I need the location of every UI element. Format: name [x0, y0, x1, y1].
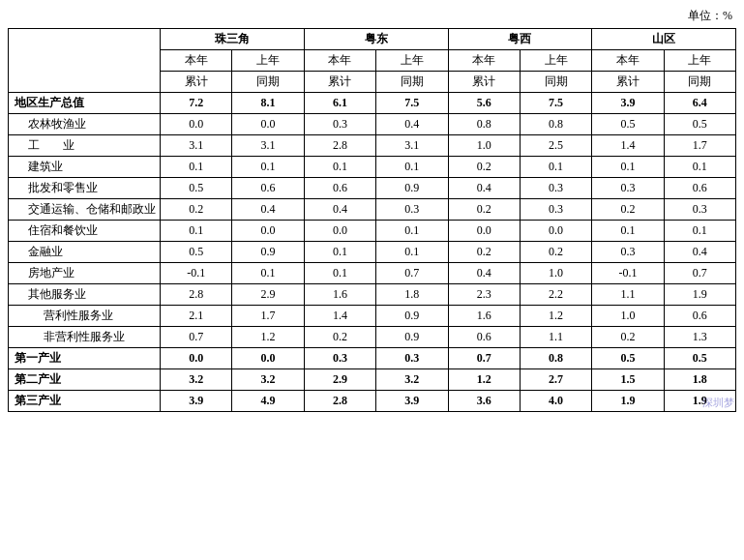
col-header-2: 上年 — [232, 50, 304, 72]
cell-0-4: 5.6 — [448, 93, 520, 114]
cell-1-6: 0.5 — [592, 114, 664, 135]
cell-9-7: 1.9 — [664, 284, 735, 306]
cell-8-6: -0.1 — [592, 263, 664, 284]
row-label-13: 第二产业 — [9, 369, 161, 391]
cell-3-2: 0.1 — [304, 157, 375, 178]
cell-5-4: 0.2 — [448, 199, 520, 221]
row-label-2: 工 业 — [9, 135, 161, 157]
cell-13-2: 2.9 — [304, 369, 375, 391]
cell-2-4: 1.0 — [448, 135, 520, 157]
cell-1-1: 0.0 — [232, 114, 304, 135]
cell-2-6: 1.4 — [592, 135, 664, 157]
cell-7-0: 0.5 — [161, 242, 232, 263]
row-label-11: 非营利性服务业 — [9, 327, 161, 348]
cell-8-7: 0.7 — [664, 263, 735, 284]
cell-3-6: 0.1 — [592, 157, 664, 178]
col-header-4b: 同期 — [376, 72, 448, 93]
cell-0-2: 6.1 — [304, 93, 375, 114]
cell-2-1: 3.1 — [232, 135, 304, 157]
cell-4-0: 0.5 — [161, 178, 232, 199]
cell-10-6: 1.0 — [592, 306, 664, 327]
cell-1-0: 0.0 — [161, 114, 232, 135]
row-label-8: 房地产业 — [9, 263, 161, 284]
cell-14-1: 4.9 — [232, 391, 304, 412]
col-header-5b: 累计 — [448, 72, 520, 93]
cell-13-5: 2.7 — [520, 369, 591, 391]
header-region-2: 粤东 — [304, 29, 448, 50]
cell-4-2: 0.6 — [304, 178, 375, 199]
cell-1-4: 0.8 — [448, 114, 520, 135]
row-label-12: 第一产业 — [9, 348, 161, 369]
cell-10-3: 0.9 — [376, 306, 448, 327]
cell-7-1: 0.9 — [232, 242, 304, 263]
row-label-5: 交通运输、仓储和邮政业 — [9, 199, 161, 221]
col-header-6b: 同期 — [520, 72, 591, 93]
cell-13-3: 3.2 — [376, 369, 448, 391]
cell-1-5: 0.8 — [520, 114, 591, 135]
cell-13-0: 3.2 — [161, 369, 232, 391]
row-label-4: 批发和零售业 — [9, 178, 161, 199]
cell-6-6: 0.1 — [592, 221, 664, 242]
cell-12-7: 0.5 — [664, 348, 735, 369]
cell-14-0: 3.9 — [161, 391, 232, 412]
cell-5-6: 0.2 — [592, 199, 664, 221]
col-header-8: 上年 — [664, 50, 735, 72]
cell-2-2: 2.8 — [304, 135, 375, 157]
cell-0-3: 7.5 — [376, 93, 448, 114]
cell-4-3: 0.9 — [376, 178, 448, 199]
cell-2-5: 2.5 — [520, 135, 591, 157]
cell-8-4: 0.4 — [448, 263, 520, 284]
cell-13-7: 1.8 — [664, 369, 735, 391]
cell-6-1: 0.0 — [232, 221, 304, 242]
header-region-3: 粤西 — [448, 29, 592, 50]
cell-12-0: 0.0 — [161, 348, 232, 369]
row-label-1: 农林牧渔业 — [9, 114, 161, 135]
cell-2-7: 1.7 — [664, 135, 735, 157]
cell-11-5: 1.1 — [520, 327, 591, 348]
cell-8-5: 1.0 — [520, 263, 591, 284]
cell-8-2: 0.1 — [304, 263, 375, 284]
cell-7-6: 0.3 — [592, 242, 664, 263]
cell-11-0: 0.7 — [161, 327, 232, 348]
cell-4-7: 0.6 — [664, 178, 735, 199]
cell-10-7: 0.6 — [664, 306, 735, 327]
cell-1-2: 0.3 — [304, 114, 375, 135]
col-header-5: 本年 — [448, 50, 520, 72]
cell-4-5: 0.3 — [520, 178, 591, 199]
col-header-8b: 同期 — [664, 72, 735, 93]
header-empty — [9, 29, 161, 93]
cell-9-1: 2.9 — [232, 284, 304, 306]
cell-10-4: 1.6 — [448, 306, 520, 327]
cell-6-2: 0.0 — [304, 221, 375, 242]
cell-14-2: 2.8 — [304, 391, 375, 412]
cell-12-6: 0.5 — [592, 348, 664, 369]
cell-12-3: 0.3 — [376, 348, 448, 369]
cell-6-0: 0.1 — [161, 221, 232, 242]
cell-0-0: 7.2 — [161, 93, 232, 114]
cell-5-1: 0.4 — [232, 199, 304, 221]
unit-label: 单位：% — [8, 8, 736, 24]
cell-0-5: 7.5 — [520, 93, 591, 114]
watermark: 深圳梦 — [702, 396, 734, 410]
row-label-0: 地区生产总值 — [9, 93, 161, 114]
cell-10-1: 1.7 — [232, 306, 304, 327]
cell-5-7: 0.3 — [664, 199, 735, 221]
cell-6-3: 0.1 — [376, 221, 448, 242]
col-header-7: 本年 — [592, 50, 664, 72]
col-header-3b: 累计 — [304, 72, 375, 93]
cell-14-3: 3.9 — [376, 391, 448, 412]
cell-0-6: 3.9 — [592, 93, 664, 114]
cell-13-1: 3.2 — [232, 369, 304, 391]
cell-6-7: 0.1 — [664, 221, 735, 242]
cell-7-7: 0.4 — [664, 242, 735, 263]
cell-7-4: 0.2 — [448, 242, 520, 263]
cell-8-3: 0.7 — [376, 263, 448, 284]
cell-12-2: 0.3 — [304, 348, 375, 369]
cell-14-5: 4.0 — [520, 391, 591, 412]
cell-4-6: 0.3 — [592, 178, 664, 199]
col-header-7b: 累计 — [592, 72, 664, 93]
cell-13-6: 1.5 — [592, 369, 664, 391]
cell-9-5: 2.2 — [520, 284, 591, 306]
col-header-6: 上年 — [520, 50, 591, 72]
col-header-1: 本年 — [161, 50, 232, 72]
